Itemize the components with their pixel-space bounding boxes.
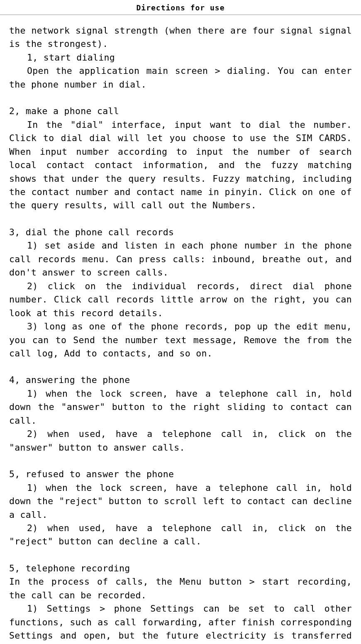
- header-title: Directions for use: [136, 3, 224, 12]
- section-heading: 4, answering the phone: [9, 373, 352, 387]
- section-heading: 5, telephone recording: [9, 562, 352, 575]
- section-heading: 1, start dialing: [9, 51, 352, 64]
- blank-line: [9, 549, 352, 562]
- paragraph: Open the application main screen > diali…: [9, 64, 352, 91]
- section-heading: 2, make a phone call: [9, 105, 352, 118]
- paragraph: 2) when used, have a telephone call in, …: [9, 522, 352, 549]
- paragraph: 3) long as one of the phone records, pop…: [9, 320, 352, 360]
- paragraph: the network signal strength (when there …: [9, 24, 352, 51]
- paragraph: 2) when used, have a telephone call in, …: [9, 427, 352, 454]
- paragraph: 1) Settings > phone Settings can be set …: [9, 602, 352, 644]
- paragraph: In the process of calls, the Menu button…: [9, 575, 352, 602]
- document-body: the network signal strength (when there …: [0, 15, 361, 644]
- blank-line: [9, 212, 352, 226]
- blank-line: [9, 360, 352, 373]
- paragraph: 2) click on the individual records, dire…: [9, 280, 352, 320]
- paragraph: 1) set aside and listen in each phone nu…: [9, 239, 352, 279]
- paragraph: 1) when the lock screen, have a telephon…: [9, 481, 352, 522]
- section-heading: 5, refused to answer the phone: [9, 468, 352, 481]
- paragraph: 1) when the lock screen, have a telephon…: [9, 387, 352, 427]
- page-header: Directions for use: [0, 0, 361, 15]
- paragraph: In the "dial" interface, input want to d…: [9, 118, 352, 212]
- blank-line: [9, 91, 352, 105]
- blank-line: [9, 454, 352, 468]
- section-heading: 3, dial the phone call records: [9, 226, 352, 239]
